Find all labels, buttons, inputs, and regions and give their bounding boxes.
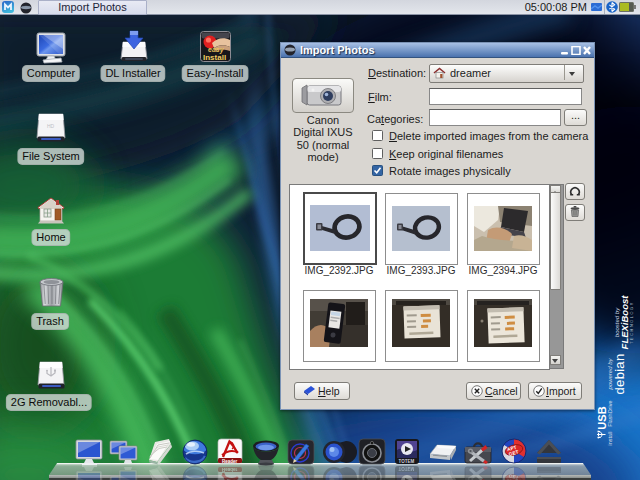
svg-text:Install: Install xyxy=(203,53,226,62)
svg-text:HD: HD xyxy=(47,123,55,129)
